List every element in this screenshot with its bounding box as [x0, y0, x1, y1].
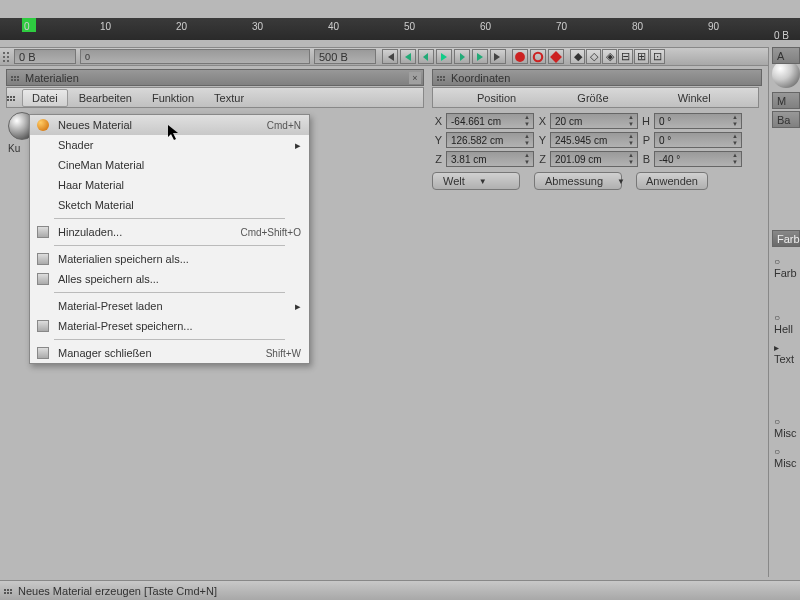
right-title-m: M	[772, 92, 800, 109]
close-icon[interactable]: ×	[409, 72, 421, 84]
coords-title-label: Koordinaten	[451, 72, 510, 84]
goto-start-button[interactable]	[382, 49, 398, 64]
timeline-ruler[interactable]: 0102030405060708090100	[0, 18, 800, 40]
grip-icon	[7, 95, 17, 101]
apply-button[interactable]: Anwenden	[636, 172, 708, 190]
key-button[interactable]	[548, 49, 564, 64]
frame-left-field[interactable]: 0 B▲▼	[14, 49, 76, 64]
play-button[interactable]	[436, 49, 452, 64]
file-dropdown-menu: Neues MaterialCmd+NShader▸CineMan Materi…	[29, 114, 310, 364]
menu-item[interactable]: Materialien speichern als...	[30, 249, 309, 269]
goto-end-button[interactable]	[490, 49, 506, 64]
right-title-a: A	[772, 47, 800, 64]
tick-label: 50	[404, 21, 415, 32]
col-size: Größe	[557, 92, 657, 104]
toggle-grid-icon[interactable]: ⊡	[650, 49, 665, 64]
size-field[interactable]: 245.945 cm▲▼	[550, 132, 638, 148]
next-key-button[interactable]	[472, 49, 488, 64]
blank-icon	[34, 137, 52, 153]
svg-point-1	[534, 52, 542, 60]
menu-item[interactable]: Hinzuladen...Cmd+Shift+O	[30, 222, 309, 242]
separator	[54, 292, 285, 293]
prop-misc1[interactable]: ○ Misc	[774, 416, 800, 439]
toggle-rot-icon[interactable]: ◈	[602, 49, 617, 64]
menu-item-label: Neues Material	[58, 119, 267, 131]
coord-row-y: Y126.582 cm▲▼Y245.945 cm▲▼P0 °▲▼	[432, 131, 742, 149]
menu-item-label: Hinzuladen...	[58, 226, 240, 238]
prev-frame-button[interactable]	[418, 49, 434, 64]
tick-label: 70	[556, 21, 567, 32]
playback-controls	[382, 49, 506, 64]
saveall-icon	[34, 271, 52, 287]
menu-item[interactable]: Sketch Material	[30, 195, 309, 215]
size-field[interactable]: 201.09 cm▲▼	[550, 151, 638, 167]
toggle-scale-icon[interactable]: ◇	[586, 49, 601, 64]
tick-label: 30	[252, 21, 263, 32]
axis-label: Z	[432, 153, 444, 165]
size-field[interactable]: 20 cm▲▼	[550, 113, 638, 129]
grip-icon	[11, 75, 21, 81]
toggle-pos-icon[interactable]: ◆	[570, 49, 585, 64]
record-controls	[512, 49, 564, 64]
grip-icon	[2, 51, 12, 63]
menu-item-label: Manager schließen	[58, 347, 266, 359]
menu-item[interactable]: Haar Material	[30, 175, 309, 195]
col-angle: Winkel	[658, 92, 758, 104]
menu-textur[interactable]: Textur	[204, 88, 254, 108]
toggle-param-icon[interactable]: ⊟	[618, 49, 633, 64]
blank-icon	[34, 177, 52, 193]
tick-label: 0	[24, 21, 30, 32]
material-preview-sphere[interactable]	[772, 60, 800, 88]
menu-item-label: Material-Preset speichern...	[58, 320, 301, 332]
angle-field[interactable]: 0 °▲▼	[654, 113, 742, 129]
menu-bearbeiten[interactable]: Bearbeiten	[69, 88, 142, 108]
materials-panel-title[interactable]: Materialien ×	[6, 69, 424, 86]
shortcut-label: Cmd+N	[267, 120, 301, 131]
sphere-icon	[34, 117, 52, 133]
prop-text[interactable]: ▸ Text	[774, 342, 800, 365]
axis-label: X	[432, 115, 444, 127]
coord-row-x: X-64.661 cm▲▼X20 cm▲▼H0 °▲▼	[432, 112, 742, 130]
frame-mid-field[interactable]: 500 B▲▼	[314, 49, 376, 64]
close-icon	[34, 345, 52, 361]
next-frame-button[interactable]	[454, 49, 470, 64]
pos-field[interactable]: 3.81 cm▲▼	[446, 151, 534, 167]
toggle-pla-icon[interactable]: ⊞	[634, 49, 649, 64]
pos-field[interactable]: -64.661 cm▲▼	[446, 113, 534, 129]
tick-label: 20	[176, 21, 187, 32]
save-icon	[34, 251, 52, 267]
prop-farb[interactable]: ○ Farb	[774, 256, 800, 279]
frame-slider[interactable]: 0	[80, 49, 310, 64]
coordinates-panel-title[interactable]: Koordinaten	[432, 69, 762, 86]
record-button[interactable]	[512, 49, 528, 64]
angle-field[interactable]: 0 °▲▼	[654, 132, 742, 148]
menu-item[interactable]: Material-Preset speichern...	[30, 316, 309, 336]
pos-field[interactable]: 126.582 cm▲▼	[446, 132, 534, 148]
menu-item[interactable]: Manager schließenShift+W	[30, 343, 309, 363]
separator	[54, 339, 285, 340]
timeline-frame-right: 0 B	[774, 30, 789, 41]
blank-icon	[34, 298, 52, 314]
status-text: Neues Material erzeugen [Taste Cmd+N]	[18, 585, 217, 597]
svg-rect-2	[550, 51, 562, 63]
menu-item[interactable]: Material-Preset laden▸	[30, 296, 309, 316]
menu-funktion[interactable]: Funktion	[142, 88, 204, 108]
prev-key-button[interactable]	[400, 49, 416, 64]
menu-datei[interactable]: Datei	[22, 89, 68, 107]
autokey-button[interactable]	[530, 49, 546, 64]
menu-item[interactable]: Alles speichern als...	[30, 269, 309, 289]
coords-buttons: Welt▼ Abmessung▼ Anwenden	[432, 172, 708, 190]
angle-field[interactable]: -40 °▲▼	[654, 151, 742, 167]
shortcut-label: Cmd+Shift+O	[240, 227, 301, 238]
space-dropdown[interactable]: Welt▼	[432, 172, 520, 190]
preset-icon	[34, 318, 52, 334]
blank-icon	[34, 197, 52, 213]
prop-misc2[interactable]: ○ Misc	[774, 446, 800, 469]
menu-item[interactable]: CineMan Material	[30, 155, 309, 175]
axis-label: Y	[536, 134, 548, 146]
cursor-icon	[168, 125, 184, 141]
prop-hell[interactable]: ○ Hell	[774, 312, 800, 335]
menu-item-label: Material-Preset laden	[58, 300, 301, 312]
measure-dropdown[interactable]: Abmessung▼	[534, 172, 622, 190]
angle-label: P	[640, 134, 652, 146]
